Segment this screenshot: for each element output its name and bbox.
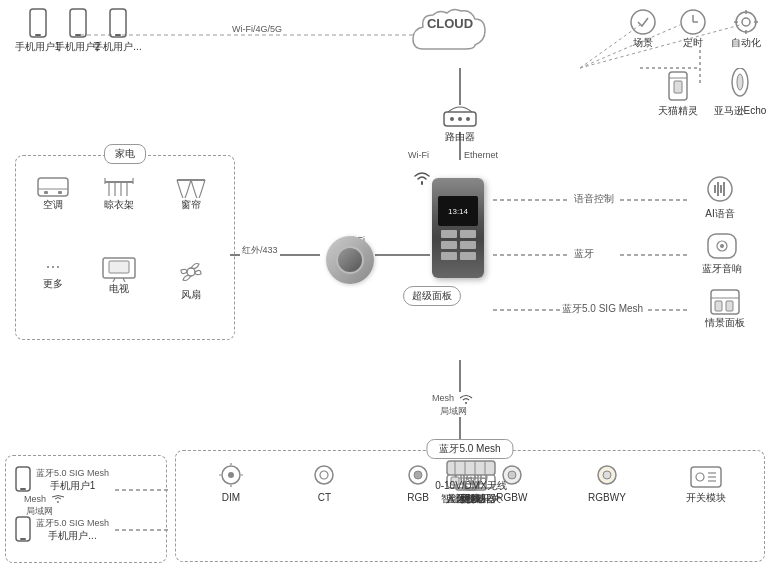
- bluetooth-conn-label: 蓝牙: [572, 247, 596, 261]
- more-devices-label: 更多: [461, 492, 481, 505]
- mesh-lan-bottom-label: Mesh 局域网: [24, 492, 65, 518]
- router-label: 路由器: [445, 130, 475, 143]
- mesh-lan-bottom-text: Mesh: [24, 494, 46, 504]
- more-label: 更多: [43, 277, 63, 290]
- svg-point-31: [742, 18, 750, 26]
- rgbwy-label: RGBWY: [588, 491, 626, 504]
- bottom-phone-1-labels: 蓝牙5.0 SIG Mesh 手机用户1: [36, 468, 109, 493]
- svg-rect-22: [70, 9, 86, 37]
- ac-icon: [36, 176, 70, 198]
- phone-user-3: 手机用户...: [90, 8, 145, 53]
- drying-rack-label: 晾衣架: [104, 198, 134, 211]
- automation-icon: [731, 8, 761, 36]
- router-node: 路由器: [430, 100, 490, 143]
- cloud-node: CLOUD: [400, 2, 500, 64]
- timer-label: 定时: [683, 36, 703, 49]
- curtain-node: 窗帘: [166, 176, 216, 211]
- svg-point-81: [320, 471, 328, 479]
- more-devices-node: ··· 更多: [447, 471, 495, 505]
- svg-rect-20: [30, 9, 46, 37]
- scene-node: 场景: [618, 8, 668, 49]
- scene-panel-icon: [709, 288, 741, 316]
- tv-label: 电视: [109, 282, 129, 295]
- mesh-lan-label: Mesh 局域网: [430, 392, 477, 417]
- svg-rect-25: [115, 34, 121, 36]
- super-panel-device: 13:14: [432, 178, 484, 278]
- wifi-signal-indicator: [413, 168, 431, 188]
- rgbwy-icon: [590, 463, 624, 491]
- svg-point-61: [187, 268, 195, 276]
- amazon-label: 亚马逊Echo: [714, 104, 767, 117]
- voice-control-label: 语音控制: [572, 192, 616, 206]
- svg-point-44: [737, 74, 743, 90]
- panel-btn-2: [460, 230, 476, 238]
- cloud-icon: [405, 7, 495, 59]
- tv-icon: [101, 256, 137, 282]
- bottom-phone-1-name: 手机用户1: [36, 479, 109, 492]
- more-appliances-node: ··· 更多: [28, 256, 78, 290]
- svg-point-38: [458, 117, 462, 121]
- bottom-phone-2-bt-label: 蓝牙5.0 SIG Mesh: [36, 518, 109, 530]
- panel-btn-row-3: [441, 252, 476, 260]
- tmall-node: 天猫精灵: [650, 68, 705, 117]
- mesh-label: Mesh: [432, 393, 454, 403]
- scene-panel-node: 情景面板: [695, 288, 755, 329]
- cloud-label: CLOUD: [427, 16, 473, 31]
- bt-mesh-label: 蓝牙5.0 Mesh: [439, 442, 500, 456]
- dim-icon: [214, 463, 248, 491]
- phone-icon-1: [27, 8, 49, 40]
- home-appliances-label: 家电: [115, 147, 135, 161]
- router-icon: [440, 100, 480, 130]
- mesh-signal-bottom-icon: [51, 494, 65, 504]
- ethernet-label: Ethernet: [462, 150, 500, 160]
- curtain-icon: [173, 176, 209, 198]
- panel-btn-6: [460, 252, 476, 260]
- bluetooth-speaker-node: 蓝牙音响: [692, 230, 752, 275]
- phone-bottom-2-icon: [14, 516, 32, 544]
- svg-point-79: [228, 472, 234, 478]
- phone-bottom-1-icon: [14, 466, 32, 494]
- more-icon: ···: [45, 256, 60, 277]
- automation-label: 自动化: [731, 36, 761, 49]
- dim-node: DIM: [203, 463, 258, 504]
- mesh-signal-icon: [457, 393, 475, 405]
- svg-point-26: [631, 10, 655, 34]
- svg-rect-24: [110, 9, 126, 37]
- svg-point-89: [696, 473, 704, 481]
- phone-user-label-3: 手机用户...: [93, 40, 141, 53]
- svg-point-37: [450, 117, 454, 121]
- bottom-phone-1-group: 蓝牙5.0 SIG Mesh 手机用户1: [14, 466, 109, 494]
- ai-voice-label: AI语音: [705, 207, 734, 220]
- bottom-left-box: 蓝牙5.0 SIG Mesh 手机用户1 蓝牙5.0 SIG Mesh 手机用户…: [5, 455, 167, 563]
- svg-rect-42: [674, 81, 682, 93]
- switch-module-label: 开关模块: [686, 491, 726, 504]
- svg-rect-48: [58, 191, 62, 194]
- svg-rect-72: [715, 301, 722, 311]
- svg-rect-119: [20, 538, 26, 540]
- drying-rack-icon: [101, 176, 137, 198]
- amazon-icon: [726, 68, 754, 104]
- switch-module-node: 开关模块: [675, 463, 737, 504]
- ct-node: CT: [297, 463, 352, 504]
- ct-label: CT: [318, 491, 331, 504]
- amazon-node: 亚马逊Echo: [710, 68, 770, 117]
- drying-rack-node: 晾衣架: [91, 176, 146, 211]
- svg-point-39: [466, 117, 470, 121]
- home-module-circle: [326, 236, 374, 284]
- panel-btn-row-2: [441, 241, 476, 249]
- wifi-4g-label: Wi-Fi/4G/5G: [230, 24, 284, 34]
- panel-buttons: [441, 230, 476, 260]
- svg-rect-21: [35, 34, 41, 36]
- bluetooth-speaker-label: 蓝牙音响: [702, 262, 742, 275]
- svg-point-69: [720, 244, 724, 248]
- bottom-phone-2-labels: 蓝牙5.0 SIG Mesh 手机用户...: [36, 518, 109, 543]
- svg-point-30: [736, 12, 756, 32]
- svg-rect-116: [16, 467, 30, 491]
- tv-node: 电视: [91, 256, 146, 295]
- super-panel-label: 超级面板: [412, 289, 452, 303]
- panel-btn-row-1: [441, 230, 476, 238]
- bluetooth-speaker-icon: [704, 230, 740, 262]
- svg-rect-117: [20, 488, 26, 490]
- scene-panel-label: 情景面板: [705, 316, 745, 329]
- bottom-phone-2-group: 蓝牙5.0 SIG Mesh 手机用户...: [14, 516, 109, 544]
